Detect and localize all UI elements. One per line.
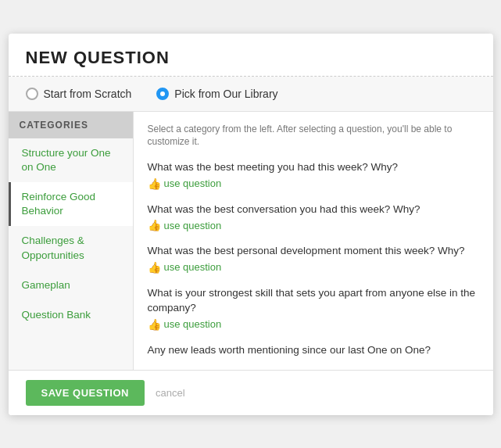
modal-title: NEW QUESTION [26,48,476,68]
question-item-0: What was the best meeting you had this w… [148,159,479,191]
question-item-2: What was the best personal development m… [148,243,479,274]
question-text-1: What was the best conversation you had t… [148,202,479,217]
radio-library-circle [156,88,169,100]
radio-scratch-circle [26,88,38,100]
thumb-icon-0: 👍 [148,177,161,190]
use-question-link-1[interactable]: 👍 use question [148,219,222,231]
question-text-2: What was the best personal development m… [148,243,479,259]
cancel-link[interactable]: cancel [156,387,185,399]
radio-row: Start from Scratch Pick from Our Library [9,77,493,112]
radio-scratch-label: Start from Scratch [44,88,132,100]
sidebar-item-reinforce[interactable]: Reinforce Good Behavior [9,182,133,226]
radio-library-label: Pick from Our Library [174,88,277,100]
modal-header: NEW QUESTION [9,34,493,77]
sidebar: CATEGORIES Structure your One on One Rei… [9,112,134,370]
use-question-link-2[interactable]: 👍 use question [148,261,222,274]
thumb-icon-1: 👍 [148,219,161,231]
sidebar-item-gameplan[interactable]: Gameplan [9,271,133,300]
categories-header: CATEGORIES [9,112,133,138]
question-text-3: What is your strongest skill that sets y… [148,285,479,316]
modal-footer: SAVE QUESTION cancel [9,371,493,415]
question-item-1: What was the best conversation you had t… [148,202,479,233]
new-question-modal: NEW QUESTION Start from Scratch Pick fro… [9,34,493,415]
helper-text: Select a category from the left. After s… [148,123,479,149]
save-question-button[interactable]: SAVE QUESTION [26,380,145,406]
use-question-link-3[interactable]: 👍 use question [148,318,222,331]
sidebar-item-structure[interactable]: Structure your One on One [9,138,133,182]
question-text-0: What was the best meeting you had this w… [148,159,479,175]
radio-scratch[interactable]: Start from Scratch [26,88,132,100]
sidebar-item-challenges[interactable]: Challenges & Opportunities [9,226,133,270]
main-panel: Select a category from the left. After s… [134,112,493,370]
sidebar-item-questionbank[interactable]: Question Bank [9,300,133,330]
content-area: CATEGORIES Structure your One on One Rei… [9,112,493,371]
question-item-3: What is your strongest skill that sets y… [148,285,479,332]
thumb-icon-3: 👍 [148,318,161,331]
question-item-4: Any new leads worth mentioning since our… [148,342,479,358]
use-question-link-0[interactable]: 👍 use question [148,177,222,190]
radio-library[interactable]: Pick from Our Library [156,88,277,100]
thumb-icon-2: 👍 [148,261,161,274]
question-text-4: Any new leads worth mentioning since our… [148,342,479,358]
